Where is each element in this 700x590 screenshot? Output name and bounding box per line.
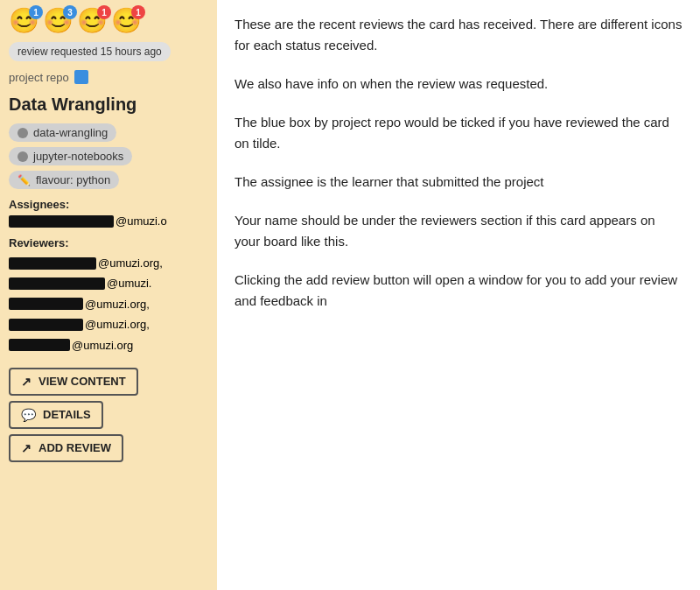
reviewer-line-1: @umuzi.org, bbox=[9, 253, 208, 273]
reviewer-line-5: @umuzi.org bbox=[9, 335, 208, 355]
right-para-6: Clicking the add review button will open… bbox=[234, 270, 682, 312]
reviewer-redacted-4 bbox=[9, 319, 83, 331]
details-label: DETAILS bbox=[43, 408, 91, 421]
add-review-icon: ↗ bbox=[21, 441, 32, 455]
reviewers-label: Reviewers: bbox=[9, 236, 208, 249]
view-content-label: VIEW CONTENT bbox=[38, 375, 126, 388]
right-para-2: We also have info on when the review was… bbox=[234, 74, 682, 95]
tag-jupyter-notebooks: jupyter-notebooks bbox=[9, 147, 132, 165]
badge-1: 1 bbox=[29, 5, 43, 19]
reviewer-redacted-1 bbox=[9, 257, 96, 270]
add-review-button[interactable]: ↗ ADD REVIEW bbox=[9, 434, 123, 462]
tag-flavour-python: ✏️ flavour: python bbox=[9, 171, 119, 189]
details-icon: 💬 bbox=[21, 408, 36, 422]
avatar-3: 😊 1 bbox=[77, 9, 108, 33]
badge-4: 1 bbox=[131, 5, 145, 19]
right-para-3: The blue box by project repo would be ti… bbox=[234, 112, 682, 154]
add-review-label: ADD REVIEW bbox=[38, 441, 111, 454]
reviewer-suffix-2: @umuzi. bbox=[107, 273, 152, 293]
reviewer-list: @umuzi.org, @umuzi. @umuzi.org, @umuzi.o… bbox=[9, 253, 208, 355]
review-requested-pill: review requested 15 hours ago bbox=[9, 42, 171, 61]
tag-dot-icon-2 bbox=[18, 151, 28, 162]
left-panel: 😊 1 😊 3 😊 1 😊 1 review requested 15 hour… bbox=[0, 0, 217, 590]
reviewer-redacted-5 bbox=[9, 339, 70, 351]
pencil-icon: ✏️ bbox=[18, 174, 31, 186]
right-para-4: The assignee is the learner that submitt… bbox=[234, 172, 682, 193]
avatar-4: 😊 1 bbox=[111, 9, 142, 33]
reviewer-line-4: @umuzi.org, bbox=[9, 314, 208, 334]
reviewer-line-2: @umuzi. bbox=[9, 273, 208, 293]
project-repo-label: project repo bbox=[9, 71, 69, 84]
reviewer-line-3: @umuzi.org, bbox=[9, 294, 208, 314]
reviewer-suffix-3: @umuzi.org, bbox=[85, 294, 150, 314]
tag-label-jupyter: jupyter-notebooks bbox=[33, 150, 123, 163]
reviewer-redacted-3 bbox=[9, 298, 83, 310]
avatar-1: 😊 1 bbox=[9, 9, 39, 33]
right-panel: These are the recent reviews the card ha… bbox=[217, 0, 700, 590]
reviewer-suffix-1: @umuzi.org, bbox=[98, 253, 163, 273]
assignee-suffix: @umuzi.o bbox=[116, 214, 167, 228]
assignee-redacted bbox=[9, 215, 114, 228]
badge-2: 3 bbox=[63, 5, 77, 19]
tag-dot-icon bbox=[18, 128, 28, 138]
reviewer-suffix-4: @umuzi.org, bbox=[85, 314, 150, 334]
project-repo-checkbox[interactable] bbox=[74, 70, 88, 84]
badge-3: 1 bbox=[97, 5, 111, 19]
reviewer-suffix-5: @umuzi.org bbox=[72, 335, 133, 355]
card-title: Data Wrangling bbox=[9, 95, 208, 115]
avatar-row: 😊 1 😊 3 😊 1 😊 1 bbox=[9, 9, 208, 33]
assignee-row: @umuzi.o bbox=[9, 214, 208, 228]
tags-container: data-wrangling jupyter-notebooks ✏️ flav… bbox=[9, 123, 208, 189]
tag-label-flavour: flavour: python bbox=[36, 173, 110, 186]
action-buttons: ↗ VIEW CONTENT 💬 DETAILS ↗ ADD REVIEW bbox=[9, 368, 208, 462]
details-button[interactable]: 💬 DETAILS bbox=[9, 401, 103, 429]
project-repo-row: project repo bbox=[9, 70, 208, 84]
reviewer-redacted-2 bbox=[9, 277, 105, 290]
view-content-button[interactable]: ↗ VIEW CONTENT bbox=[9, 368, 138, 396]
right-para-1: These are the recent reviews the card ha… bbox=[234, 14, 682, 56]
assignees-label: Assignees: bbox=[9, 198, 208, 211]
tag-data-wrangling: data-wrangling bbox=[9, 123, 116, 142]
avatar-2: 😊 3 bbox=[43, 9, 74, 33]
right-para-5: Your name should be under the reviewers … bbox=[234, 210, 682, 252]
tag-label-data-wrangling: data-wrangling bbox=[33, 126, 108, 139]
view-content-icon: ↗ bbox=[21, 375, 32, 389]
